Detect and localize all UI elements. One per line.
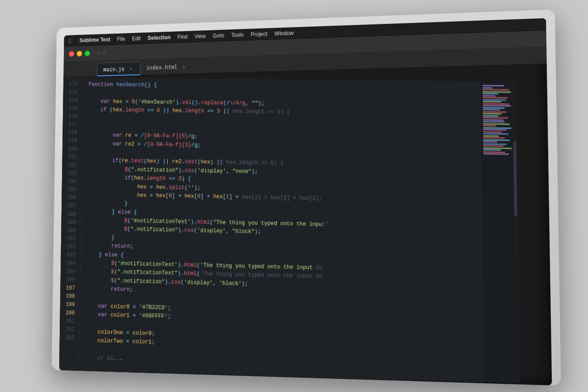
mm-line-31 (483, 145, 504, 147)
ln-197: 197 (60, 284, 75, 292)
menu-find[interactable]: Find (177, 33, 187, 40)
ln-188: 188 (62, 210, 76, 218)
menu-view[interactable]: View (194, 33, 206, 39)
mm-line-34 (483, 151, 505, 153)
mm-line-35 (483, 153, 509, 155)
ln-193: 193 (61, 251, 75, 260)
ln-191: 191 (61, 234, 76, 243)
mm-line-8 (483, 99, 506, 101)
mm-line-5 (483, 93, 498, 94)
mm-line-13 (483, 109, 500, 110)
mm-line-22 (483, 127, 511, 129)
forward-arrow-icon[interactable]: › (103, 49, 105, 57)
ln-184: 184 (62, 177, 77, 186)
screen-bezel:  Sublime Text File Edit Selection Find … (59, 18, 552, 385)
ln-189: 189 (61, 218, 76, 226)
maximize-button[interactable] (85, 50, 90, 56)
ln-192: 192 (61, 243, 76, 251)
mm-line-24 (483, 131, 502, 132)
mm-line-28 (483, 139, 510, 141)
mm-line-6 (483, 95, 495, 96)
mm-line-33 (483, 149, 501, 150)
menu-selection[interactable]: Selection (147, 34, 170, 41)
apple-logo-icon:  (69, 37, 71, 44)
tab-label-main-js: main.js (103, 66, 125, 73)
minimap (481, 81, 520, 383)
tab-close-main-js[interactable]: × (128, 65, 134, 72)
ln-172: 172 (63, 80, 78, 88)
ln-186: 186 (62, 193, 76, 202)
mm-line-21 (483, 125, 495, 126)
mm-line-10 (483, 102, 509, 104)
mm-line-1 (482, 85, 504, 86)
back-arrow-icon[interactable]: ‹ (97, 49, 100, 57)
scrollbar-track (512, 81, 520, 383)
nav-arrows: ‹ › (97, 49, 105, 57)
tab-index-html[interactable]: index.html × (140, 60, 193, 74)
menu-file[interactable]: File (117, 35, 125, 42)
ln-178: 178 (62, 129, 77, 137)
close-button[interactable] (69, 51, 74, 57)
ln-200: 200 (60, 308, 74, 317)
mm-line-14 (483, 111, 506, 113)
mm-line-18 (483, 119, 503, 120)
ln-176: 176 (63, 112, 78, 120)
ln-195: 195 (61, 267, 75, 276)
ln-173: 173 (63, 88, 78, 97)
mm-line-27 (483, 137, 505, 139)
menu-tools[interactable]: Tools (231, 31, 243, 38)
mm-line-23 (483, 129, 507, 131)
menu-window[interactable]: Window (275, 29, 294, 36)
ln-183: 183 (62, 169, 77, 177)
editor-area: 172 173 174 175 176 177 178 179 180 181 … (59, 77, 520, 383)
minimap-lines (481, 81, 516, 159)
ln-199: 199 (60, 300, 75, 309)
menu-goto[interactable]: Goto (213, 32, 224, 38)
mm-line-16 (483, 115, 498, 116)
mm-line-12 (483, 107, 505, 108)
mm-line-25 (483, 133, 509, 135)
ln-181: 181 (62, 153, 77, 161)
ln-203: 203 (60, 333, 74, 342)
ln-177: 177 (63, 120, 78, 129)
code-content[interactable]: function hexSearch() { var hex = $('#hex… (79, 77, 484, 382)
mm-line-15 (483, 113, 502, 114)
tab-main-js[interactable]: main.js × (97, 61, 141, 75)
ln-187: 187 (62, 202, 76, 210)
minimize-button[interactable] (77, 51, 82, 57)
mm-line-7 (483, 97, 508, 98)
mm-line-11 (483, 105, 511, 107)
mm-line-29 (483, 141, 498, 142)
menu-edit[interactable]: Edit (132, 35, 141, 41)
mm-line-3 (482, 89, 509, 91)
ln-179: 179 (62, 136, 77, 145)
mm-line-32 (483, 147, 512, 149)
mm-line-2 (482, 87, 492, 88)
mm-line-19 (483, 121, 505, 123)
ln-185: 185 (62, 185, 76, 193)
tab-close-index-html[interactable]: × (181, 63, 187, 70)
ln-174: 174 (63, 96, 78, 104)
mm-line-17 (483, 117, 508, 119)
menu-project[interactable]: Project (251, 30, 267, 37)
mm-line-30 (483, 143, 507, 145)
laptop-frame:  Sublime Text File Edit Selection Find … (51, 9, 561, 386)
ln-182: 182 (62, 161, 77, 169)
scrollbar-thumb[interactable] (514, 141, 517, 216)
ln-202: 202 (60, 325, 74, 334)
mm-line-9 (483, 101, 502, 102)
ln-190: 190 (61, 226, 76, 234)
mm-line-20 (483, 123, 509, 125)
ln-175: 175 (63, 104, 78, 113)
ln-196: 196 (61, 275, 75, 284)
menu-app-name[interactable]: Sublime Text (79, 36, 110, 43)
mm-line-4 (483, 91, 511, 92)
ln-194: 194 (61, 259, 75, 268)
mm-line-26 (483, 135, 499, 136)
tab-label-index-html: index.html (146, 64, 177, 71)
ln-201: 201 (60, 317, 74, 325)
ln-198: 198 (60, 292, 75, 301)
ln-180: 180 (62, 145, 77, 153)
